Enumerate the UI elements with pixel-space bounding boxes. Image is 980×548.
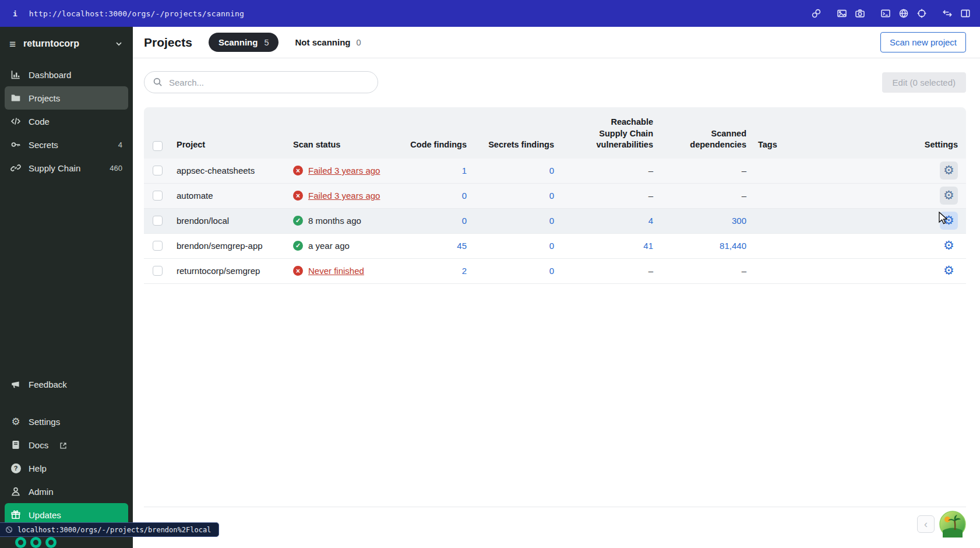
content: Edit (0 selected) Project Scan status Co…: [133, 58, 980, 284]
scan-new-project-button[interactable]: Scan new project: [880, 32, 966, 52]
row-checkbox[interactable]: [153, 216, 163, 226]
col-header-scanned-deps: Scanned dependencies: [659, 128, 752, 151]
row-checkbox[interactable]: [153, 191, 163, 201]
sidebar-item-admin[interactable]: Admin: [5, 480, 128, 503]
external-link-icon: [59, 441, 67, 449]
project-name: appsec-cheatsheets: [171, 166, 287, 175]
swap-arrows-icon[interactable]: [942, 8, 953, 19]
scan-status-link[interactable]: Failed 3 years ago: [308, 191, 380, 201]
sidebar-badge: 460: [110, 164, 122, 173]
split-panel-icon[interactable]: [960, 8, 971, 19]
insecure-icon: [5, 526, 13, 533]
toolbar: Edit (0 selected): [144, 71, 966, 93]
select-all-checkbox[interactable]: [153, 141, 163, 151]
url-display: http://localhost:3000/orgs/-/projects/sc…: [29, 9, 244, 18]
sidebar-item-supply-chain[interactable]: Supply Chain 460: [5, 156, 128, 180]
table-row: brendon/semgrep-app ✓ a year ago 45 0 41…: [144, 234, 966, 259]
org-name: returntocorp: [23, 38, 79, 49]
sidebar-nav: Dashboard Projects Code Secrets 4: [0, 61, 133, 182]
sidebar-item-feedback[interactable]: Feedback: [5, 373, 128, 396]
table-row: brendon/local ✓ 8 months ago 0 0 4 300 ⚙: [144, 209, 966, 234]
camera-icon[interactable]: [855, 8, 865, 19]
secrets-findings-link[interactable]: 0: [549, 216, 554, 226]
projects-table: Project Scan status Code findings Secret…: [144, 107, 966, 284]
chevron-down-icon: [114, 39, 124, 48]
reachable-value: –: [648, 266, 653, 276]
scan-status-link[interactable]: Failed 3 years ago: [308, 166, 380, 175]
gear-icon: ⚙: [943, 215, 954, 227]
code-findings-link[interactable]: 45: [457, 241, 467, 251]
sidebar-item-settings[interactable]: ⚙ Settings: [5, 410, 128, 433]
scanned-deps-link[interactable]: 300: [732, 216, 746, 226]
table-header-row: Project Scan status Code findings Secret…: [144, 107, 966, 159]
megaphone-icon: [10, 379, 21, 389]
col-header-code-findings: Code findings: [403, 139, 473, 151]
crosshair-icon[interactable]: [916, 8, 927, 19]
gear-icon: ⚙: [943, 240, 954, 252]
project-settings-button[interactable]: ⚙: [940, 262, 958, 280]
browser-topbar: i http://localhost:3000/orgs/-/projects/…: [0, 0, 980, 27]
project-name: automate: [171, 191, 287, 201]
col-header-project: Project: [171, 139, 287, 151]
row-checkbox[interactable]: [153, 241, 163, 251]
project-settings-button[interactable]: ⚙: [940, 237, 958, 255]
menu-icon[interactable]: ≡: [9, 38, 16, 50]
failed-icon: ×: [293, 266, 303, 276]
terminal-icon[interactable]: [880, 8, 891, 19]
scanned-deps-value: –: [742, 166, 746, 175]
prev-page-button[interactable]: ‹: [917, 515, 935, 533]
tab-count: 0: [356, 38, 361, 47]
project-settings-button[interactable]: ⚙: [940, 212, 958, 230]
secrets-findings-link[interactable]: 0: [549, 166, 554, 175]
search-input[interactable]: [144, 71, 378, 93]
reachable-link[interactable]: 4: [648, 216, 653, 226]
sidebar-item-help[interactable]: ? Help: [5, 456, 128, 480]
gear-icon: ⚙: [943, 265, 954, 277]
secrets-findings-link[interactable]: 0: [549, 191, 554, 201]
sidebar-item-dashboard[interactable]: Dashboard: [5, 63, 128, 86]
code-findings-link[interactable]: 0: [462, 216, 467, 226]
gear-icon: ⚙: [10, 416, 21, 427]
edit-selected-button[interactable]: Edit (0 selected): [882, 72, 966, 93]
secrets-findings-link[interactable]: 0: [549, 266, 554, 276]
sidebar-item-label: Supply Chain: [29, 163, 80, 173]
row-checkbox[interactable]: [153, 266, 163, 276]
scan-status-link[interactable]: Never finished: [308, 266, 364, 276]
code-findings-link[interactable]: 2: [462, 266, 467, 276]
sidebar-item-secrets[interactable]: Secrets 4: [5, 133, 128, 156]
project-settings-button[interactable]: ⚙: [940, 161, 958, 180]
tab-not-scanning[interactable]: Not scanning 0: [295, 37, 361, 47]
col-header-secrets-findings: Secrets findings: [473, 139, 560, 151]
secrets-findings-link[interactable]: 0: [549, 241, 554, 251]
sidebar: ≡ returntocorp Dashboard Projects Code: [0, 27, 133, 548]
col-header-tags: Tags: [752, 139, 897, 151]
link-status-text: localhost:3000/orgs/-/projects/brendon%2…: [17, 526, 211, 534]
globe-icon[interactable]: [898, 8, 909, 19]
org-switcher[interactable]: ≡ returntocorp: [0, 27, 133, 61]
sidebar-item-projects[interactable]: Projects: [5, 86, 128, 110]
image-icon[interactable]: [837, 8, 847, 19]
success-icon: ✓: [293, 241, 303, 251]
scanned-deps-link[interactable]: 81,440: [720, 241, 746, 251]
reachable-link[interactable]: 41: [643, 241, 653, 251]
vacation-widget[interactable]: [939, 511, 966, 538]
person-icon: [10, 486, 21, 497]
sidebar-item-docs[interactable]: Docs: [5, 433, 128, 456]
row-checkbox[interactable]: [153, 166, 163, 175]
sidebar-item-code[interactable]: Code: [5, 110, 128, 133]
col-header-scan-status: Scan status: [287, 139, 403, 151]
project-name: returntocorp/semgrep: [171, 266, 287, 276]
page-title: Projects: [144, 36, 192, 50]
project-settings-button[interactable]: ⚙: [940, 187, 958, 205]
code-findings-link[interactable]: 0: [462, 191, 467, 201]
col-header-reachable: Reachable Supply Chain vulnerabilities: [560, 117, 659, 151]
table-row: appsec-cheatsheets × Failed 3 years ago …: [144, 159, 966, 184]
search-icon: [153, 77, 163, 87]
link-icon[interactable]: [811, 8, 822, 19]
sidebar-item-label: Code: [29, 117, 50, 127]
page-header: Projects Scanning 5 Not scanning 0 Scan …: [133, 27, 980, 58]
tab-scanning[interactable]: Scanning 5: [209, 33, 279, 52]
code-findings-link[interactable]: 1: [462, 166, 467, 175]
folder-icon: [10, 93, 21, 103]
sidebar-badge: 4: [118, 140, 122, 149]
